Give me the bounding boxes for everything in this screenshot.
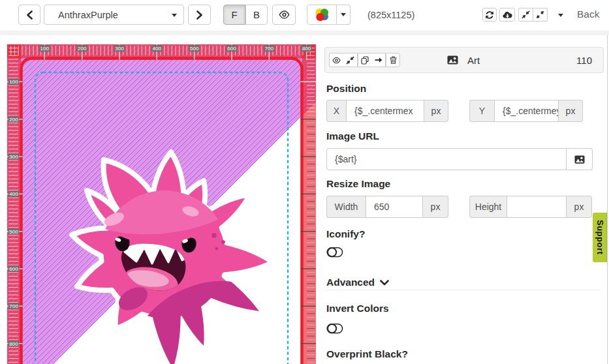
svg-text:800: 800 (302, 46, 311, 52)
svg-text:500: 500 (190, 46, 199, 52)
svg-text:500: 500 (9, 229, 18, 235)
svg-text:300: 300 (9, 154, 18, 160)
svg-text:200: 200 (9, 117, 18, 123)
svg-text:800: 800 (9, 341, 18, 347)
svg-text:300: 300 (115, 46, 124, 52)
svg-text:700: 700 (265, 46, 274, 52)
svg-text:400: 400 (9, 191, 18, 197)
svg-text:100: 100 (40, 46, 50, 52)
svg-text:600: 600 (9, 266, 18, 272)
svg-text:100: 100 (9, 79, 18, 85)
svg-text:600: 600 (227, 46, 236, 52)
svg-text:700: 700 (9, 303, 18, 309)
svg-text:200: 200 (78, 46, 87, 52)
svg-text:400: 400 (153, 46, 162, 52)
